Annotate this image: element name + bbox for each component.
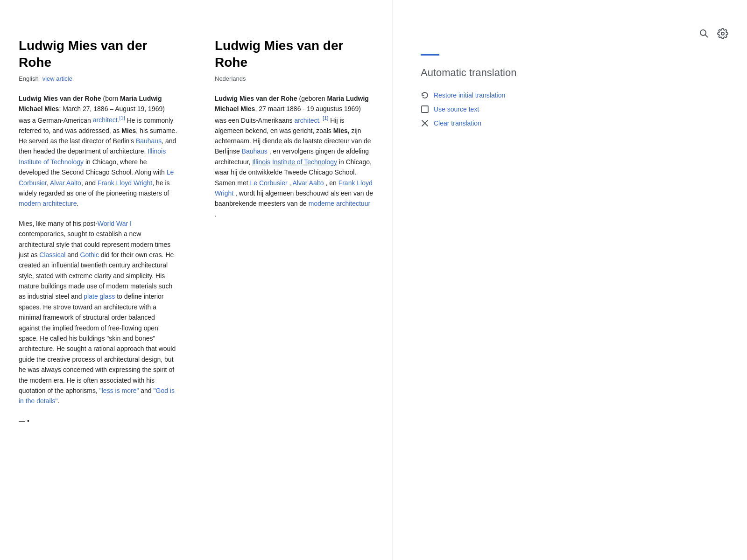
english-article-meta: English view article	[19, 75, 177, 82]
translation-panel: Automatic translation Restore initial tr…	[392, 0, 747, 560]
gothic-link-en[interactable]: Gothic	[80, 251, 99, 259]
restore-translation-option[interactable]: Restore initial translation	[421, 88, 728, 102]
wwi-link-en[interactable]: World War I	[98, 220, 132, 227]
aalto-link-nl[interactable]: Alvar Aalto	[293, 179, 324, 187]
dutch-article-body: Ludwig Mies van der Rohe (geboren Maria …	[215, 93, 374, 219]
clear-translation-label: Clear translation	[434, 119, 481, 127]
view-article-link[interactable]: view article	[42, 75, 72, 82]
top-bar	[421, 28, 728, 39]
classical-link-en[interactable]: Classical	[39, 251, 65, 259]
english-title: Ludwig Mies van der Rohe	[19, 37, 177, 71]
clear-translation-option[interactable]: Clear translation	[421, 116, 728, 130]
english-paragraph-2: Mies, like many of his post-World War I …	[19, 218, 177, 406]
svg-point-2	[721, 32, 724, 35]
less-is-more-link-en[interactable]: "less is more"	[99, 387, 139, 394]
blue-accent-line	[421, 54, 439, 56]
use-source-text-option[interactable]: Use source text	[421, 102, 728, 116]
dutch-title: Ludwig Mies van der Rohe	[215, 37, 374, 71]
english-paragraph-1: Ludwig Mies van der Rohe (born Maria Lud…	[19, 93, 177, 209]
illinois-link-nl[interactable]: Illinois Institute of Technology	[252, 158, 337, 166]
english-article-body: Ludwig Mies van der Rohe (born Maria Lud…	[19, 93, 177, 426]
modern-arch-link-nl[interactable]: moderne architectuur	[309, 200, 370, 207]
restore-translation-label: Restore initial translation	[434, 91, 505, 99]
architect-link-nl[interactable]: architect.	[294, 116, 321, 124]
god-in-details-link-en[interactable]: "God is in the details"	[19, 387, 175, 405]
translation-options-list: Restore initial translation Use source t…	[421, 88, 728, 130]
dutch-lang-label: Nederlands	[215, 75, 246, 82]
dutch-article-panel: Ludwig Mies van der Rohe Nederlands Ludw…	[196, 0, 392, 560]
dutch-article-meta: Nederlands	[215, 75, 374, 82]
plate-glass-link-en[interactable]: plate glass	[84, 293, 115, 300]
source-text-icon	[421, 105, 429, 113]
svg-point-0	[700, 30, 706, 35]
dutch-paragraph-1: Ludwig Mies van der Rohe (geboren Maria …	[215, 93, 374, 219]
wright-link-en[interactable]: Frank Lloyd Wright	[98, 179, 152, 187]
bauhaus-link-en[interactable]: Bauhaus	[136, 137, 162, 145]
english-lang-label: English	[19, 75, 39, 82]
corbusier-link-nl[interactable]: Le Corbusier	[250, 179, 287, 187]
clear-icon	[421, 119, 429, 127]
architect-link-en[interactable]: architect.[1]	[93, 116, 125, 124]
svg-rect-3	[422, 106, 428, 112]
aalto-link-en[interactable]: Alvar Aalto	[50, 179, 81, 187]
use-source-text-label: Use source text	[434, 105, 479, 113]
search-icon[interactable]	[698, 28, 710, 39]
bauhaus-link-nl[interactable]: Bauhaus	[242, 147, 268, 155]
english-paragraph-ellipsis: — •	[19, 416, 177, 426]
translation-panel-title: Automatic translation	[421, 67, 728, 79]
svg-line-1	[705, 35, 708, 38]
restore-icon	[421, 91, 429, 99]
english-article-panel: Ludwig Mies van der Rohe English view ar…	[0, 0, 196, 560]
settings-icon[interactable]	[717, 28, 728, 39]
modern-arch-link-en[interactable]: modern architecture	[19, 200, 77, 207]
illinois-link-en[interactable]: Illinois Institute of Technology	[19, 147, 166, 165]
